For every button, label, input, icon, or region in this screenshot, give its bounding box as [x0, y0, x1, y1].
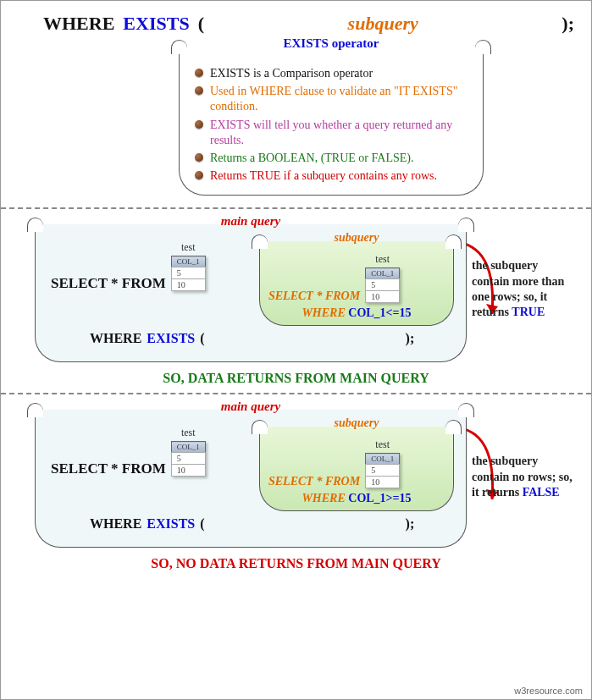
sql-syntax-line: WHERE EXISTS ( subquery ); — [43, 13, 574, 35]
result-true: SO, DATA RETURNS FROM MAIN QUERY — [13, 371, 579, 386]
tbl-caption: test — [365, 253, 400, 266]
bullet-text: Used in WHERE clause to validate an "IT … — [210, 84, 468, 114]
where: WHERE — [90, 516, 141, 532]
bullet-text: Returns a BOOLEAN, (TRUE or FALSE). — [210, 151, 413, 166]
sub-select: SELECT * FROM — [268, 475, 360, 488]
td: 5 — [366, 279, 400, 291]
main-query-beaker-false: main query SELECT * FROM test COL_1 5 10… — [35, 410, 467, 548]
td: 10 — [366, 477, 400, 488]
th: COL_1 — [366, 454, 400, 465]
open: ( — [200, 516, 204, 532]
sub-select: SELECT * FROM — [268, 289, 360, 302]
main-label-true: main query — [221, 214, 280, 229]
exists: EXISTS — [147, 331, 195, 346]
main-query-beaker-true: main query SELECT * FROM test COL_1 5 10… — [35, 224, 467, 362]
td: 10 — [171, 465, 205, 477]
subquery-beaker-true: subquery SELECT * FROM test COL_1 5 10 — [259, 241, 454, 326]
td: 5 — [366, 465, 400, 477]
kw-where: WHERE — [43, 13, 114, 35]
tbl-caption: test — [171, 427, 206, 439]
select-main-true: SELECT * FROM — [51, 275, 166, 292]
exists: EXISTS — [147, 516, 195, 532]
exists-bullets: EXISTS is a Comparison operatorUsed in W… — [195, 66, 468, 184]
main-table-false: test COL_1 5 10 — [171, 427, 206, 477]
subquery-beaker-false: subquery SELECT * FROM test COL_1 5 10 — [259, 427, 454, 511]
example-false-section: main query SELECT * FROM test COL_1 5 10… — [1, 394, 591, 578]
td: 10 — [366, 291, 400, 303]
bullet-item: Returns a BOOLEAN, (TRUE or FALSE). — [195, 151, 468, 166]
close: ); — [406, 331, 415, 346]
result-false: SO, NO DATA RETURNS FROM MAIN QUERY — [13, 556, 579, 571]
side-note-false: the subquery contain no rows; so, it ret… — [472, 454, 578, 500]
sub-table-true: test COL_1 5 10 — [365, 253, 400, 303]
bullet-dot-icon — [195, 153, 203, 162]
kw-exists: EXISTS — [123, 13, 189, 35]
example-true-section: main query SELECT * FROM test COL_1 5 10… — [1, 209, 591, 393]
bullet-text: EXISTS will tell you whether a query ret… — [210, 118, 468, 148]
bullet-text: Returns TRUE if a subquery contains any … — [210, 168, 437, 184]
td: 5 — [171, 453, 205, 465]
syntax-section: WHERE EXISTS ( subquery ); EXISTS operat… — [1, 1, 591, 207]
tbl-caption: test — [365, 438, 400, 451]
where: WHERE — [90, 331, 141, 346]
td: 5 — [171, 267, 205, 279]
main-label-false: main query — [221, 400, 280, 414]
close: ); — [406, 516, 415, 532]
exists-box-title: EXISTS operator — [279, 36, 385, 51]
bullet-item: EXISTS will tell you whether a query ret… — [195, 118, 468, 148]
sub-label-true: subquery — [335, 231, 379, 245]
th: COL_1 — [366, 268, 400, 279]
bullet-dot-icon — [195, 120, 203, 129]
sub-where: WHERE — [302, 492, 345, 504]
sub-cond: COL_1<=15 — [348, 306, 411, 319]
subquery-word: subquery — [213, 13, 553, 35]
bullet-item: Returns TRUE if a subquery contains any … — [195, 168, 468, 184]
side-note-true: the subquery contain more than one rows;… — [472, 258, 578, 320]
sub-cond: COL_1>=15 — [348, 492, 411, 504]
bullet-dot-icon — [195, 86, 203, 95]
sub-label-false: subquery — [335, 416, 379, 430]
th: COL_1 — [171, 442, 205, 453]
sub-where: WHERE — [302, 306, 345, 319]
bullet-dot-icon — [195, 69, 203, 77]
open-paren: ( — [198, 13, 204, 35]
bullet-item: Used in WHERE clause to validate an "IT … — [195, 84, 468, 114]
bullet-item: EXISTS is a Comparison operator — [195, 66, 468, 81]
bullet-dot-icon — [195, 171, 203, 179]
footer-credit: w3resource.com — [514, 686, 583, 696]
select-main-false: SELECT * FROM — [51, 460, 166, 477]
td: 10 — [171, 279, 205, 291]
open: ( — [200, 331, 204, 346]
close-paren: ); — [562, 13, 574, 35]
tbl-caption: test — [171, 241, 206, 254]
main-table-true: test COL_1 5 10 — [171, 241, 206, 291]
bullet-text: EXISTS is a Comparison operator — [210, 66, 373, 81]
sub-table-false: test COL_1 5 10 — [365, 438, 400, 488]
exists-operator-box: EXISTS operator EXISTS is a Comparison o… — [179, 47, 484, 196]
diagram-frame: WHERE EXISTS ( subquery ); EXISTS operat… — [0, 0, 592, 700]
th: COL_1 — [171, 256, 205, 267]
